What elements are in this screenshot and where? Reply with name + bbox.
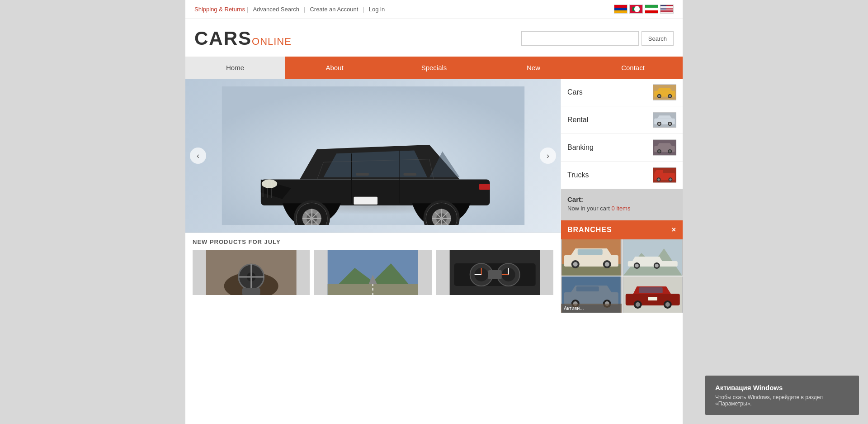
logo-cars-text: CARS — [194, 28, 252, 49]
main-nav: Home About Specials New Contact — [185, 57, 683, 79]
logo: CARS ONLINE — [194, 28, 292, 49]
branch-thumb-3-overlay: Активи... — [561, 304, 622, 313]
category-cars-label: Cars — [567, 88, 583, 96]
svg-point-104 — [665, 302, 670, 307]
branches-close-button[interactable]: × — [672, 226, 676, 234]
hero-slider — [185, 79, 561, 233]
svg-point-57 — [669, 95, 671, 97]
category-trucks[interactable]: Trucks — [561, 162, 683, 189]
slider-section: ‹ › NEW PRODUCTS FOR JULY — [185, 79, 561, 313]
svg-point-81 — [573, 262, 578, 267]
svg-point-73 — [657, 178, 660, 181]
category-rental-label: Rental — [567, 116, 588, 124]
svg-rect-10 — [356, 173, 369, 176]
category-cars[interactable]: Cars — [561, 79, 683, 106]
svg-rect-93 — [576, 286, 599, 291]
slider-prev-button[interactable]: ‹ — [190, 148, 206, 164]
svg-rect-51 — [488, 270, 501, 279]
thumb-3[interactable] — [436, 250, 553, 295]
thumb-2[interactable] — [314, 250, 431, 295]
svg-rect-100 — [639, 287, 662, 293]
header: CARS ONLINE Search — [185, 19, 683, 57]
sep2: | — [304, 6, 305, 13]
category-banking[interactable]: Banking — [561, 134, 683, 162]
windows-activation-overlay: Активация Windows Чтобы скать Windows, п… — [705, 376, 859, 415]
flag-ir[interactable] — [645, 5, 658, 14]
cart-box: Cart: Now in your cart 0 items — [561, 189, 683, 220]
svg-point-90 — [655, 264, 658, 267]
category-banking-label: Banking — [567, 143, 594, 152]
svg-rect-35 — [242, 288, 260, 295]
search-button[interactable]: Search — [642, 31, 674, 46]
search-input[interactable] — [521, 31, 639, 46]
svg-point-55 — [658, 95, 660, 97]
branch-thumb-1[interactable] — [561, 239, 622, 276]
branches-header: BRANCHES × — [561, 220, 683, 239]
thumb-1[interactable] — [193, 250, 310, 295]
svg-rect-11 — [403, 173, 416, 176]
slider-wrapper: ‹ › — [185, 79, 561, 233]
hero-car-svg — [204, 86, 542, 225]
svg-point-69 — [669, 150, 671, 152]
nav-home[interactable]: Home — [185, 57, 285, 79]
link-login[interactable]: Log in — [369, 6, 385, 13]
category-trucks-thumb — [653, 167, 676, 183]
link-shipping[interactable]: Shipping & Returns — [194, 6, 245, 13]
branch-thumb-4[interactable] — [623, 276, 683, 313]
page-wrapper: Shipping & Returns | Advanced Search | C… — [185, 0, 683, 424]
flag-am[interactable] — [614, 5, 627, 14]
new-products-thumbs — [193, 250, 553, 295]
nav-contact[interactable]: Contact — [583, 57, 683, 79]
nav-specials[interactable]: Specials — [384, 57, 484, 79]
cart-items-link[interactable]: 0 items — [612, 205, 631, 212]
branch-thumb-3[interactable]: Активи... — [561, 276, 622, 313]
slider-next-button[interactable]: › — [540, 148, 556, 164]
logo-online-text: ONLINE — [252, 36, 292, 48]
svg-rect-28 — [354, 197, 377, 205]
cart-title: Cart: — [567, 195, 676, 203]
search-bar: Search — [521, 31, 674, 46]
svg-point-67 — [658, 150, 660, 152]
svg-point-102 — [635, 302, 640, 307]
branches-thumbs: Активи... — [561, 239, 683, 313]
nav-about[interactable]: About — [285, 57, 384, 79]
top-bar-links: Shipping & Returns | Advanced Search | C… — [194, 6, 387, 13]
category-cars-thumb — [653, 84, 676, 100]
top-bar: Shipping & Returns | Advanced Search | C… — [185, 0, 683, 19]
new-products-label: NEW PRODUCTS FOR JULY — [193, 238, 553, 245]
win-overlay-title: Активация Windows — [715, 384, 849, 391]
category-banking-thumb — [653, 139, 676, 156]
svg-point-6 — [261, 180, 277, 188]
link-create[interactable]: Create an Account — [310, 6, 358, 13]
category-rental[interactable]: Rental — [561, 106, 683, 134]
category-trucks-label: Trucks — [567, 171, 589, 179]
sep1: | — [247, 6, 248, 13]
svg-point-75 — [669, 178, 671, 181]
sep3: | — [363, 6, 364, 13]
category-rental-thumb — [653, 112, 676, 128]
svg-rect-79 — [578, 249, 603, 255]
flag-mv[interactable] — [629, 5, 643, 14]
cart-desc: Now in your cart 0 items — [567, 205, 676, 212]
svg-point-63 — [669, 123, 671, 125]
branch-thumb-2[interactable] — [623, 239, 683, 276]
svg-rect-7 — [479, 184, 490, 190]
nav-new[interactable]: New — [484, 57, 583, 79]
branches-label: BRANCHES — [567, 226, 612, 234]
win-overlay-text: Чтобы скать Windows, перейдите в раздел … — [715, 394, 849, 407]
link-advanced[interactable]: Advanced Search — [253, 6, 299, 13]
flag-us[interactable] — [660, 5, 674, 14]
svg-point-88 — [635, 264, 638, 267]
new-products-bar: NEW PRODUCTS FOR JULY — [185, 233, 561, 299]
flags-container — [614, 5, 674, 14]
svg-rect-105 — [648, 297, 657, 300]
svg-point-61 — [658, 123, 660, 125]
sidebar: Cars Rental — [561, 79, 683, 313]
main-content: ‹ › NEW PRODUCTS FOR JULY — [185, 79, 683, 313]
svg-point-83 — [605, 262, 609, 267]
